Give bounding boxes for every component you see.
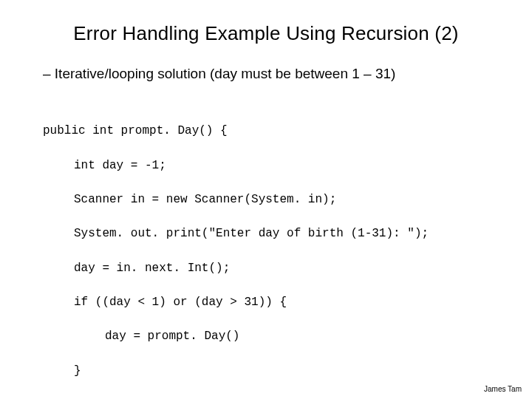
code-line: System. out. print("Enter day of birth (… bbox=[43, 225, 495, 242]
code-line: day = in. next. Int(); bbox=[43, 260, 495, 277]
code-block: public int prompt. Day() { int day = -1;… bbox=[43, 106, 495, 399]
code-line: } bbox=[43, 363, 495, 380]
code-line: day = prompt. Day() bbox=[43, 328, 495, 345]
slide-subtitle: – Iterative/looping solution (day must b… bbox=[43, 66, 495, 82]
code-line: int day = -1; bbox=[43, 157, 495, 174]
code-line: Scanner in = new Scanner(System. in); bbox=[43, 191, 495, 208]
footer-author: James Tam bbox=[484, 385, 522, 393]
slide-title: Error Handling Example Using Recursion (… bbox=[37, 22, 495, 45]
code-line: if ((day < 1) or (day > 31)) { bbox=[43, 294, 495, 311]
code-line: public int prompt. Day() { bbox=[43, 123, 495, 140]
